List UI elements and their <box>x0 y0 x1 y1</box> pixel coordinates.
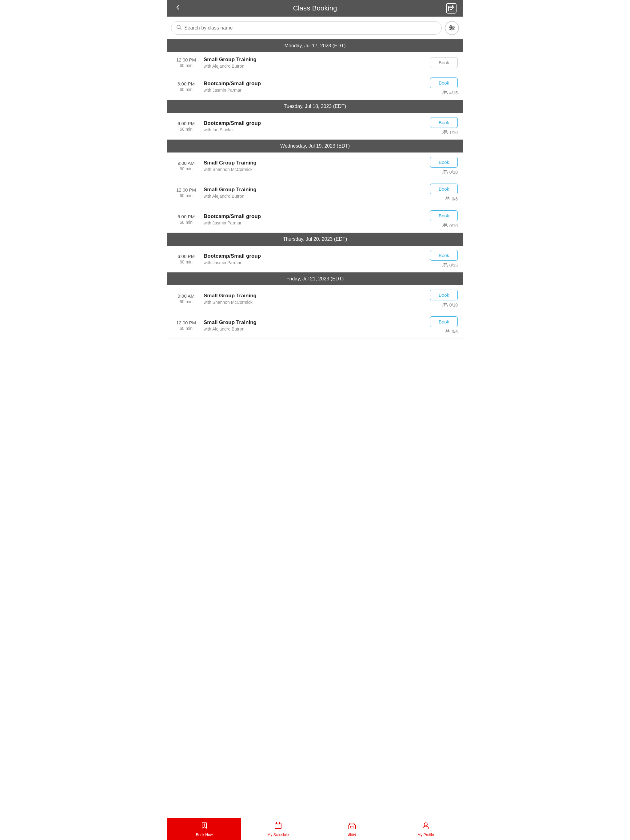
bottom-navigation: Book Now My Schedule Store <box>167 818 463 840</box>
people-icon <box>442 130 448 135</box>
svg-point-6 <box>453 27 454 28</box>
capacity-value: 1/10 <box>450 130 458 135</box>
day-header-1: Tuesday, Jul 18, 2023 (EDT) <box>167 100 463 113</box>
class-time-block: 6:00 PM 60 min <box>172 121 200 132</box>
class-trainer: with Jasmin Parmar <box>204 260 426 265</box>
class-time-main: 6:00 PM <box>172 121 200 126</box>
class-info: Bootcamp/Small group with Ian Sinclair <box>200 120 430 132</box>
class-row: 9:00 AM 60 min Small Group Training with… <box>167 285 463 312</box>
class-row: 6:00 PM 60 min Bootcamp/Small group with… <box>167 73 463 100</box>
svg-point-21 <box>445 303 446 305</box>
class-time-block: 12:00 PM 60 min <box>172 187 200 198</box>
svg-point-12 <box>443 170 445 172</box>
capacity-value: 0/10 <box>450 170 458 175</box>
class-duration: 60 min <box>172 166 200 171</box>
class-time-main: 9:00 AM <box>172 161 200 166</box>
nav-book-now-label: Book Now <box>196 833 213 837</box>
class-trainer: with Alejandro Butron <box>204 194 426 199</box>
class-time-block: 6:00 PM 60 min <box>172 214 200 225</box>
search-icon <box>176 25 182 32</box>
svg-point-9 <box>445 91 446 92</box>
capacity-value: 0/6 <box>452 196 458 201</box>
day-header-0: Monday, Jul 17, 2023 (EDT) <box>167 39 463 52</box>
book-button[interactable]: Book <box>430 77 458 88</box>
book-button[interactable]: Book <box>430 316 458 327</box>
nav-my-schedule[interactable]: My Schedule <box>241 818 315 840</box>
svg-point-20 <box>443 303 445 305</box>
class-row: 6:00 PM 60 min Bootcamp/Small group with… <box>167 246 463 272</box>
class-duration: 60 min <box>172 193 200 198</box>
svg-point-22 <box>446 330 447 331</box>
search-section <box>167 17 463 39</box>
class-action: Book 0/10 <box>430 157 458 175</box>
class-capacity: 0/6 <box>445 196 458 201</box>
calendar-button[interactable] <box>445 2 458 15</box>
class-info: Small Group Training with Alejandro Butr… <box>200 319 430 332</box>
calendar-check-icon <box>446 3 456 14</box>
class-action: Book 0/15 <box>430 250 458 268</box>
nav-my-schedule-label: My Schedule <box>268 833 288 837</box>
class-duration: 60 min <box>172 63 200 68</box>
book-button[interactable]: Book <box>430 117 458 128</box>
class-trainer: with Alejandro Butron <box>204 64 426 69</box>
class-name: Small Group Training <box>204 293 426 299</box>
book-button[interactable]: Book <box>430 57 458 68</box>
class-time-main: 6:00 PM <box>172 214 200 219</box>
class-capacity: 0/6 <box>445 329 458 334</box>
filter-icon <box>449 25 455 32</box>
class-name: Bootcamp/Small group <box>204 81 426 87</box>
nav-store[interactable]: Store <box>315 818 389 840</box>
class-time-main: 12:00 PM <box>172 320 200 325</box>
class-time-block: 12:00 PM 60 min <box>172 57 200 68</box>
people-icon <box>445 196 450 201</box>
class-name: Small Group Training <box>204 186 426 193</box>
class-trainer: with Shannon McCormick <box>204 167 426 172</box>
class-duration: 60 min <box>172 127 200 132</box>
svg-point-14 <box>446 197 447 198</box>
class-capacity: 0/10 <box>442 169 458 175</box>
back-button[interactable] <box>172 3 184 14</box>
day-header-3: Thursday, Jul 20, 2023 (EDT) <box>167 233 463 246</box>
class-info: Bootcamp/Small group with Jasmin Parmar <box>200 81 430 93</box>
people-icon <box>445 329 450 334</box>
class-time-block: 6:00 PM 60 min <box>172 81 200 92</box>
class-action: Book 0/10 <box>430 290 458 308</box>
class-time-block: 12:00 PM 60 min <box>172 320 200 331</box>
class-time-block: 9:00 AM 60 min <box>172 161 200 171</box>
search-input[interactable] <box>184 25 437 31</box>
class-list: Monday, Jul 17, 2023 (EDT) 12:00 PM 60 m… <box>167 39 463 363</box>
svg-point-8 <box>443 91 445 92</box>
class-info: Small Group Training with Alejandro Butr… <box>200 186 430 199</box>
class-capacity: 0/15 <box>442 262 458 268</box>
bookmark-icon <box>200 821 208 831</box>
book-button[interactable]: Book <box>430 210 458 221</box>
class-info: Small Group Training with Alejandro Butr… <box>200 57 430 69</box>
svg-point-15 <box>448 197 449 198</box>
book-button[interactable]: Book <box>430 157 458 167</box>
class-name: Small Group Training <box>204 160 426 166</box>
filter-button[interactable] <box>445 21 459 35</box>
class-info: Small Group Training with Shannon McCorm… <box>200 160 430 172</box>
day-header-4: Friday, Jul 21, 2023 (EDT) <box>167 272 463 285</box>
svg-point-17 <box>445 224 446 225</box>
book-button[interactable]: Book <box>430 183 458 194</box>
class-trainer: with Ian Sinclair <box>204 127 426 132</box>
class-action: Book 4/15 <box>430 77 458 95</box>
nav-book-now[interactable]: Book Now <box>167 818 241 840</box>
class-row: 9:00 AM 60 min Small Group Training with… <box>167 153 463 179</box>
class-time-main: 12:00 PM <box>172 187 200 193</box>
svg-point-27 <box>424 823 427 826</box>
class-capacity: 0/10 <box>442 223 458 228</box>
book-button[interactable]: Book <box>430 250 458 261</box>
search-wrapper <box>171 21 442 35</box>
page-title: Class Booking <box>293 4 337 12</box>
people-icon <box>442 169 448 175</box>
people-icon <box>442 223 448 228</box>
svg-point-11 <box>445 130 446 132</box>
class-row: 12:00 PM 60 min Small Group Training wit… <box>167 312 463 339</box>
profile-icon <box>422 821 430 831</box>
app-header: Class Booking <box>167 0 463 17</box>
nav-my-profile[interactable]: My Profile <box>389 818 463 840</box>
class-time-main: 6:00 PM <box>172 81 200 87</box>
book-button[interactable]: Book <box>430 290 458 300</box>
